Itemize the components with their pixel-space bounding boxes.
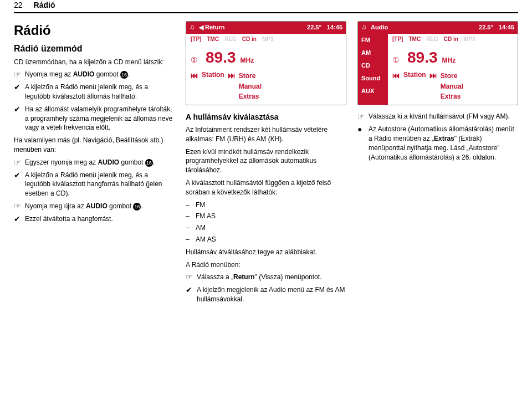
result-row: ✔ Ha az állomást valamelyik programhelyr… <box>14 105 175 132</box>
instruction-text: Válassza a „Return" (Vissza) menüpontot. <box>197 273 346 282</box>
body-text: Az Infotainment rendszer két hullámsáv v… <box>186 125 346 144</box>
mp3-indicator: MP3 <box>262 36 274 43</box>
sidebar-item-sound: Sound <box>358 72 388 85</box>
preset-number: ① <box>191 55 198 65</box>
info-text: Az Autostore (Automatikus állomástárolás… <box>369 125 518 162</box>
screen-titlebar: ♫ ◀ Return 22.5° 14:45 <box>186 22 346 34</box>
body-text: Hullámsáv átváltásához tegye az alábbiak… <box>186 248 346 257</box>
frequency-unit: MHz <box>442 57 456 64</box>
extras-label: Extras <box>441 93 463 100</box>
prev-icon: ⏮ <box>191 71 198 80</box>
column-3: ♫ Audio 22.5° 14:45 FM AM CD Sound AUX <box>357 21 518 307</box>
instruction-row: ☞ Nyomja meg újra az AUDIO gombot 16. <box>14 202 175 211</box>
frequency-row: ① 89.3 MHz <box>191 48 341 67</box>
tmc-indicator: TMC <box>408 36 421 43</box>
check-icon: ✔ <box>14 171 25 198</box>
indicator-row: [TP] TMC REG CD in MP3 <box>392 36 513 43</box>
music-note-icon: ♫ <box>190 23 195 31</box>
section-title: Rádió <box>14 21 175 40</box>
check-icon: ✔ <box>14 105 25 132</box>
hand-icon: ☞ <box>357 112 369 121</box>
list-item: FM AS <box>186 212 346 221</box>
preset-number: ① <box>392 55 400 65</box>
station-label: Station <box>202 71 224 79</box>
subsection-title: Rádió üzemmód <box>14 43 175 55</box>
instruction-row: ☞ Válassza ki a kívánt hullámsávot (FM v… <box>357 112 518 121</box>
menu-stack: Store Manual Extras <box>239 72 262 102</box>
check-icon: ✔ <box>14 214 25 224</box>
screen-radio-return: ♫ ◀ Return 22.5° 14:45 [TP] TMC REG CD i… <box>186 21 346 106</box>
frequency-row: ① 89.3 MHz <box>392 48 513 67</box>
body-text: Ha valamilyen más (pl. Navigáció, Beállí… <box>14 136 175 155</box>
result-row: ✔ A kijelzőn a Rádió menü jelenik meg, é… <box>14 83 175 101</box>
list-item: FM <box>186 201 346 210</box>
page-number: 22 <box>14 0 23 11</box>
column-2: ♫ ◀ Return 22.5° 14:45 [TP] TMC REG CD i… <box>186 21 346 307</box>
screen-sidebar: FM AM CD Sound AUX <box>358 34 388 105</box>
screen-audio-menu: ♫ Audio 22.5° 14:45 FM AM CD Sound AUX <box>357 21 518 106</box>
screen-bottom-row: ⏮ Station ⏭ Store Manual Extras <box>392 71 513 102</box>
cdin-indicator: CD in <box>242 36 257 43</box>
screen-titlebar: ♫ Audio 22.5° 14:45 <box>358 22 518 34</box>
list-item: AM AS <box>186 235 346 244</box>
temperature: 22.5° <box>307 24 321 31</box>
hand-icon: ☞ <box>14 158 25 167</box>
screen-content: [TP] TMC REG CD in MP3 ① 89.3 MHz ⏮ <box>186 34 346 105</box>
screen-content: [TP] TMC REG CD in MP3 ① 89.3 MHz ⏮ <box>388 34 518 105</box>
result-row: ✔ A kijelzőn megjelenik az Audio menü az… <box>186 285 346 304</box>
instruction-text: Egyszer nyomja meg az AUDIO gombot 16. <box>25 158 175 167</box>
check-icon: ✔ <box>186 285 197 304</box>
frequency-value: 89.3 <box>407 48 438 67</box>
manual-label: Manual <box>239 83 262 90</box>
bullet-icon: ● <box>357 125 369 162</box>
screen-bottom-row: ⏮ Station ⏭ Store Manual Extras <box>191 71 341 102</box>
prev-icon: ⏮ <box>392 71 400 80</box>
next-icon: ⏭ <box>228 71 236 80</box>
subsection-title: A hullámsáv kiválasztása <box>186 112 346 123</box>
button-ref-16: 16 <box>145 159 153 167</box>
hand-icon: ☞ <box>14 202 25 211</box>
button-ref-16: 16 <box>120 71 128 79</box>
tmc-indicator: TMC <box>207 36 219 43</box>
temperature: 22.5° <box>479 24 493 31</box>
frequency-unit: MHz <box>241 57 254 64</box>
mp3-indicator: MP3 <box>464 36 475 43</box>
store-label: Store <box>239 72 262 80</box>
menu-stack: Store Manual Extras <box>441 72 463 102</box>
info-row: ● Az Autostore (Automatikus állomástárol… <box>357 125 518 162</box>
instruction-text: Nyomja meg az AUDIO gombot 16. <box>25 70 175 79</box>
reg-indicator: REG <box>426 36 438 43</box>
store-label: Store <box>441 72 463 80</box>
instruction-row: ☞ Nyomja meg az AUDIO gombot 16. <box>14 70 175 79</box>
extras-label: Extras <box>239 93 262 100</box>
result-row: ✔ A kijelzőn a Rádió menü jelenik meg, é… <box>14 171 175 198</box>
sidebar-item-am: AM <box>358 47 388 59</box>
button-ref-16: 16 <box>133 203 141 211</box>
station-label: Station <box>403 71 426 79</box>
instruction-text: Nyomja meg újra az AUDIO gombot 16. <box>25 202 175 211</box>
clock: 14:45 <box>327 24 342 31</box>
return-label: ◀ Return <box>199 24 307 31</box>
intro-text: CD üzemmódban, ha a kijelzőn a CD menü l… <box>14 58 175 67</box>
instruction-row: ☞ Válassza a „Return" (Vissza) menüponto… <box>186 273 346 282</box>
result-row: ✔ Ezzel átváltotta a hangforrást. <box>14 214 175 224</box>
body-text: Ezen kívül mindkét hullámsáv rendelkezik… <box>186 147 346 175</box>
body-text: A kiválasztott hullámsávtól függően a ki… <box>186 178 346 197</box>
sidebar-item-fm: FM <box>358 34 388 47</box>
sidebar-item-cd: CD <box>358 59 388 72</box>
tp-indicator: [TP] <box>191 36 201 43</box>
cdin-indicator: CD in <box>444 36 458 43</box>
header-title: Rádió <box>34 0 55 11</box>
reg-indicator: REG <box>224 36 237 43</box>
instruction-row: ☞ Egyszer nyomja meg az AUDIO gombot 16. <box>14 158 175 167</box>
sidebar-item-aux: AUX <box>358 85 388 98</box>
audio-label: Audio <box>371 24 479 31</box>
indicator-row: [TP] TMC REG CD in MP3 <box>191 36 341 43</box>
next-icon: ⏭ <box>429 71 437 80</box>
column-1: Rádió Rádió üzemmód CD üzemmódban, ha a … <box>14 21 175 307</box>
hand-icon: ☞ <box>186 273 197 282</box>
manual-label: Manual <box>441 83 463 90</box>
check-icon: ✔ <box>14 83 25 101</box>
frequency-value: 89.3 <box>206 48 236 67</box>
tp-indicator: [TP] <box>392 36 403 43</box>
